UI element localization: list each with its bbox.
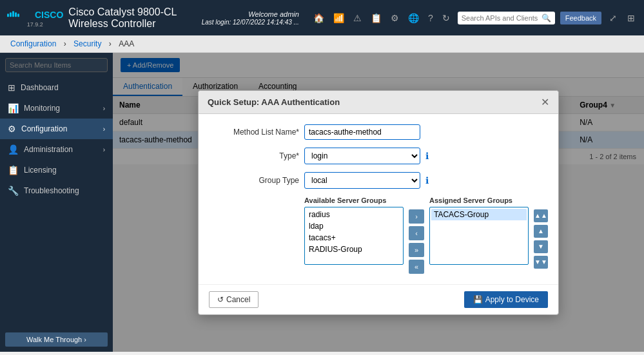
available-group-tacacs: tacacs+ [306,232,402,244]
sidebar-item-label: Troubleshooting [24,186,79,195]
group-type-info-icon[interactable]: ℹ [425,175,429,186]
sidebar-search-container [0,53,113,77]
sidebar-item-licensing[interactable]: 📋 Licensing [0,160,113,180]
sidebar-item-label: Licensing [24,166,57,175]
feedback-button[interactable]: Feedback [560,12,601,24]
wifi-icon[interactable]: 📶 [331,10,347,26]
server-groups-container: Available Server Groups radius ldap taca… [304,197,548,274]
assigned-groups-label: Assigned Server Groups [429,197,529,204]
method-list-name-row: Method List Name* [209,124,548,140]
chevron-right-icon: › [103,105,105,112]
group-type-row: Group Type local radius tacacs+ ℹ [209,172,548,189]
dashboard-icon: ⊞ [8,82,15,93]
chevron-right-icon: › [103,126,105,133]
method-list-name-label: Method List Name* [209,128,299,137]
method-list-name-input[interactable] [304,124,420,140]
type-info-icon[interactable]: ℹ [425,151,429,161]
transfer-all-left-button[interactable]: « [409,260,424,274]
dialog-close-button[interactable]: ✕ [541,96,549,108]
gear-icon[interactable]: ⚙ [388,10,402,26]
sidebar: ⊞ Dashboard 📊 Monitoring › ⚙ Configurati… [0,53,113,352]
svg-rect-2 [12,11,14,17]
dialog-overlay: Quick Setup: AAA Authentication ✕ Method… [113,53,644,352]
licensing-icon: 📋 [8,165,19,175]
sidebar-bottom: Walk Me Through › [0,327,113,352]
last-login: Last login: 12/07/2022 14:14:43 ... [202,19,299,26]
settings-icon[interactable]: ⊞ [625,10,638,26]
home-icon[interactable]: 🏠 [311,10,327,26]
sidebar-item-configuration[interactable]: ⚙ Configuration › [0,119,113,139]
apply-button[interactable]: 💾 Apply to Device [464,291,548,308]
help-icon[interactable]: ? [425,10,436,26]
available-groups-list: radius ldap tacacs+ RADIUS-Group [304,207,404,265]
cancel-button[interactable]: ↺ Cancel [209,291,259,308]
dialog-footer: ↺ Cancel 💾 Apply to Device [199,284,558,314]
sidebar-item-troubleshooting[interactable]: 🔧 Troubleshooting [0,180,113,201]
alert-icon[interactable]: ⚠ [351,10,364,26]
top-icons: 🏠 📶 ⚠ 📋 ⚙ 🌐 ? ↻ [311,10,453,26]
available-groups-select[interactable]: radius ldap tacacs+ RADIUS-Group [306,209,402,259]
sidebar-item-label: Administration [24,145,73,154]
sidebar-search-input[interactable] [5,58,108,72]
assigned-groups-select[interactable]: TACACS-Group [431,209,527,259]
type-select[interactable]: login dot1x mac [304,148,420,164]
transfer-left-button[interactable]: ‹ [409,226,424,240]
dialog-header: Quick Setup: AAA Authentication ✕ [199,91,558,114]
sidebar-item-administration[interactable]: 👤 Administration › [0,139,113,160]
move-top-button[interactable]: ▲▲ [534,209,548,222]
type-label: Type* [209,151,299,160]
move-up-button[interactable]: ▲ [534,225,548,238]
cisco-logo: CISCO 17.9.2 [6,8,63,28]
chevron-right-icon: › [103,146,105,153]
svg-rect-1 [10,12,12,17]
assigned-group-tacacs: TACACS-Group [431,209,527,220]
cancel-icon: ↺ [217,295,224,304]
cisco-brand-text: CISCO [35,10,63,20]
move-bottom-button[interactable]: ▼▼ [534,256,548,269]
apply-icon: 💾 [473,295,483,304]
monitoring-icon: 📊 [8,103,19,113]
available-group-ldap: ldap [306,220,402,232]
sidebar-item-dashboard[interactable]: ⊞ Dashboard [0,77,113,98]
sidebar-item-label: Configuration [21,124,67,133]
server-groups-section: Available Server Groups radius ldap taca… [304,197,548,274]
walk-through-button[interactable]: Walk Me Through › [5,332,108,347]
svg-rect-4 [17,14,19,17]
dialog-title: Quick Setup: AAA Authentication [208,97,340,107]
globe-icon[interactable]: 🌐 [405,10,422,26]
top-bar: CISCO 17.9.2 Cisco Catalyst 9800-CL Wire… [0,0,644,35]
dialog: Quick Setup: AAA Authentication ✕ Method… [198,90,559,315]
search-box: 🔍 [458,12,555,24]
available-server-groups-box: Available Server Groups radius ldap taca… [304,197,404,265]
breadcrumb-configuration[interactable]: Configuration [10,39,56,48]
sidebar-item-label: Monitoring [24,104,60,113]
main-layout: ⊞ Dashboard 📊 Monitoring › ⚙ Configurati… [0,53,644,352]
expand-icon[interactable]: ⤢ [607,10,620,26]
username: admin [280,10,299,18]
move-buttons: ▲▲ ▲ ▼ ▼▼ [534,197,548,269]
transfer-all-right-button[interactable]: » [409,243,424,257]
group-type-select[interactable]: local radius tacacs+ [304,172,420,189]
breadcrumb-aaa: AAA [119,39,134,48]
app-title: Cisco Catalyst 9800-CL Wireless Controll… [68,6,196,30]
move-down-button[interactable]: ▼ [534,240,548,253]
administration-icon: 👤 [8,144,19,155]
troubleshooting-icon: 🔧 [8,186,19,196]
dialog-body: Method List Name* Type* login dot1x mac … [199,114,558,284]
search-icon[interactable]: 🔍 [542,14,551,23]
content-area: + Add/Remove Authentication Authorizatio… [113,53,644,352]
assigned-server-groups-box: Assigned Server Groups TACACS-Group [429,197,529,265]
available-group-radius-group: RADIUS-Group [306,244,402,255]
version-text: 17.9.2 [27,21,43,28]
sidebar-item-monitoring[interactable]: 📊 Monitoring › [0,98,113,119]
apply-label: Apply to Device [485,295,539,304]
cancel-label: Cancel [226,295,250,304]
available-group-radius: radius [306,209,402,220]
breadcrumb: Configuration › Security › AAA [0,35,644,53]
transfer-right-button[interactable]: › [409,209,424,224]
clipboard-icon[interactable]: 📋 [368,10,384,26]
cisco-logo-svg [6,8,32,21]
refresh-icon[interactable]: ↻ [440,10,453,26]
search-input[interactable] [462,14,539,22]
breadcrumb-security[interactable]: Security [73,39,101,48]
